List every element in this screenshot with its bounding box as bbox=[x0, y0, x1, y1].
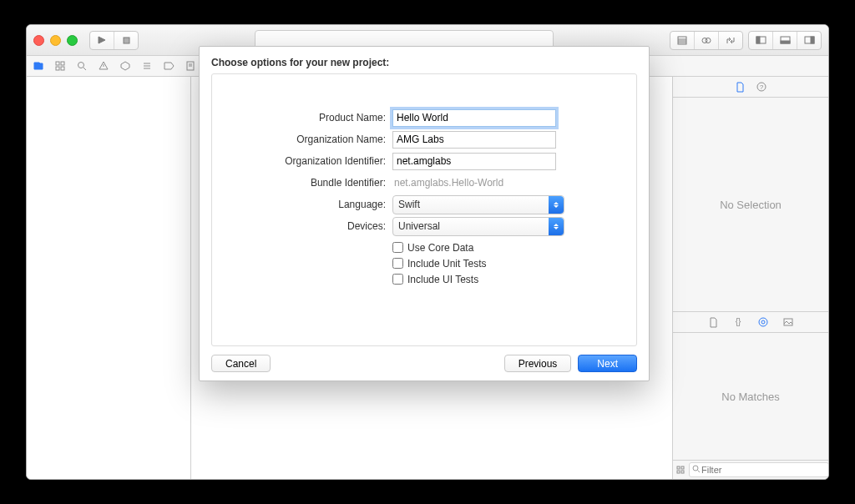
chevron-updown-icon bbox=[549, 218, 564, 235]
include-ui-tests-checkbox[interactable]: Include UI Tests bbox=[392, 271, 620, 287]
product-name-label: Product Name: bbox=[229, 112, 392, 123]
language-label: Language: bbox=[229, 199, 392, 210]
devices-label: Devices: bbox=[229, 220, 392, 232]
chevron-updown-icon bbox=[549, 196, 564, 214]
window-controls bbox=[33, 35, 78, 46]
unit-tests-label: Include Unit Tests bbox=[407, 258, 487, 270]
svg-line-41 bbox=[698, 471, 701, 473]
previous-button[interactable]: Previous bbox=[504, 355, 572, 372]
symbol-navigator-icon[interactable] bbox=[53, 59, 67, 73]
minimize-window-button[interactable] bbox=[50, 35, 61, 46]
no-matches-label: No Matches bbox=[721, 391, 779, 403]
unit-tests-checkbox[interactable] bbox=[392, 258, 403, 269]
file-template-library-icon[interactable] bbox=[709, 317, 718, 328]
library-area: {} No Matches bbox=[673, 311, 828, 479]
test-navigator-icon[interactable] bbox=[119, 59, 132, 73]
filter-icon bbox=[691, 464, 701, 473]
view-panels-segment bbox=[748, 31, 822, 50]
core-data-checkbox[interactable] bbox=[392, 242, 403, 253]
toggle-navigator-button[interactable] bbox=[749, 32, 773, 49]
svg-line-19 bbox=[83, 68, 86, 70]
language-value: Swift bbox=[398, 199, 420, 210]
editor-mode-segment bbox=[670, 31, 743, 50]
breakpoint-navigator-icon[interactable] bbox=[162, 59, 175, 73]
svg-rect-15 bbox=[61, 62, 64, 65]
include-unit-tests-checkbox[interactable]: Include Unit Tests bbox=[392, 255, 620, 271]
issue-navigator-icon[interactable] bbox=[97, 59, 110, 73]
library-filter-bar bbox=[673, 460, 828, 479]
toggle-utilities-button[interactable] bbox=[797, 32, 821, 49]
run-stop-segment bbox=[89, 31, 139, 50]
svg-marker-26 bbox=[164, 63, 174, 69]
assistant-editor-button[interactable] bbox=[695, 32, 719, 49]
svg-rect-11 bbox=[781, 41, 790, 43]
library-placeholder: No Matches bbox=[673, 333, 828, 460]
cancel-button[interactable]: Cancel bbox=[211, 355, 271, 372]
product-name-input[interactable] bbox=[392, 109, 556, 127]
code-snippet-library-icon[interactable]: {} bbox=[733, 317, 743, 327]
organization-name-input[interactable] bbox=[392, 131, 556, 149]
next-button[interactable]: Next bbox=[578, 355, 637, 372]
bundle-identifier-label: Bundle Identifier: bbox=[229, 177, 392, 189]
new-project-options-sheet: Choose options for your new project: Pro… bbox=[199, 46, 650, 381]
core-data-label: Use Core Data bbox=[407, 242, 473, 254]
stop-button[interactable] bbox=[114, 32, 138, 49]
media-library-icon[interactable] bbox=[783, 317, 793, 327]
svg-point-34 bbox=[761, 320, 765, 324]
no-selection-label: No Selection bbox=[720, 199, 782, 211]
run-button[interactable] bbox=[90, 32, 114, 49]
zoom-window-button[interactable] bbox=[67, 35, 78, 46]
quick-help-icon[interactable]: ? bbox=[756, 82, 766, 92]
svg-rect-13 bbox=[811, 37, 814, 43]
organization-name-label: Organization Name: bbox=[229, 134, 392, 145]
bundle-identifier-value: net.amglabs.Hello-World bbox=[392, 177, 503, 189]
svg-rect-37 bbox=[681, 466, 684, 469]
organization-identifier-input[interactable] bbox=[392, 153, 556, 170]
utilities-area: ? No Selection {} No Matches bbox=[672, 77, 828, 479]
svg-marker-22 bbox=[121, 62, 129, 70]
language-select[interactable]: Swift bbox=[392, 195, 564, 214]
ui-tests-label: Include UI Tests bbox=[407, 274, 478, 285]
file-inspector-icon[interactable] bbox=[736, 82, 745, 93]
version-editor-button[interactable] bbox=[719, 32, 742, 49]
library-filter-input[interactable] bbox=[689, 462, 829, 477]
svg-rect-17 bbox=[61, 67, 64, 70]
devices-value: Universal bbox=[398, 220, 440, 232]
xcode-window: ? No Selection {} No Matches bbox=[26, 24, 829, 480]
svg-text:?: ? bbox=[759, 83, 763, 91]
library-selector-bar: {} bbox=[673, 312, 828, 333]
svg-rect-9 bbox=[756, 37, 760, 43]
project-navigator-icon[interactable] bbox=[32, 59, 45, 73]
svg-marker-0 bbox=[99, 37, 105, 43]
svg-text:{}: {} bbox=[735, 317, 741, 326]
standard-editor-button[interactable] bbox=[670, 32, 695, 49]
toggle-debug-area-button[interactable] bbox=[773, 32, 797, 49]
grid-list-toggle-icon[interactable] bbox=[676, 464, 686, 476]
inspector-selector-bar: ? bbox=[673, 77, 828, 98]
svg-point-18 bbox=[78, 63, 84, 68]
find-navigator-icon[interactable] bbox=[75, 59, 89, 73]
report-navigator-icon[interactable] bbox=[184, 59, 197, 73]
use-core-data-checkbox[interactable]: Use Core Data bbox=[392, 239, 620, 255]
svg-rect-1 bbox=[124, 38, 129, 43]
debug-navigator-icon[interactable] bbox=[140, 59, 154, 73]
sheet-form: Product Name: Organization Name: Organiz… bbox=[211, 73, 637, 346]
svg-rect-39 bbox=[681, 471, 684, 473]
ui-tests-checkbox[interactable] bbox=[392, 274, 403, 285]
navigator-area bbox=[27, 77, 191, 479]
svg-rect-38 bbox=[677, 471, 680, 473]
sheet-title: Choose options for your new project: bbox=[211, 57, 637, 68]
svg-rect-36 bbox=[677, 466, 680, 469]
svg-point-40 bbox=[693, 466, 698, 471]
inspector-placeholder: No Selection bbox=[673, 98, 828, 311]
svg-point-33 bbox=[759, 318, 767, 326]
svg-rect-14 bbox=[56, 62, 59, 65]
close-window-button[interactable] bbox=[33, 35, 44, 46]
devices-select[interactable]: Universal bbox=[392, 217, 564, 236]
object-library-icon[interactable] bbox=[758, 317, 768, 327]
sheet-button-bar: Cancel Previous Next bbox=[211, 355, 637, 372]
svg-point-7 bbox=[706, 38, 711, 43]
organization-identifier-label: Organization Identifier: bbox=[229, 155, 392, 167]
svg-rect-16 bbox=[56, 67, 59, 70]
